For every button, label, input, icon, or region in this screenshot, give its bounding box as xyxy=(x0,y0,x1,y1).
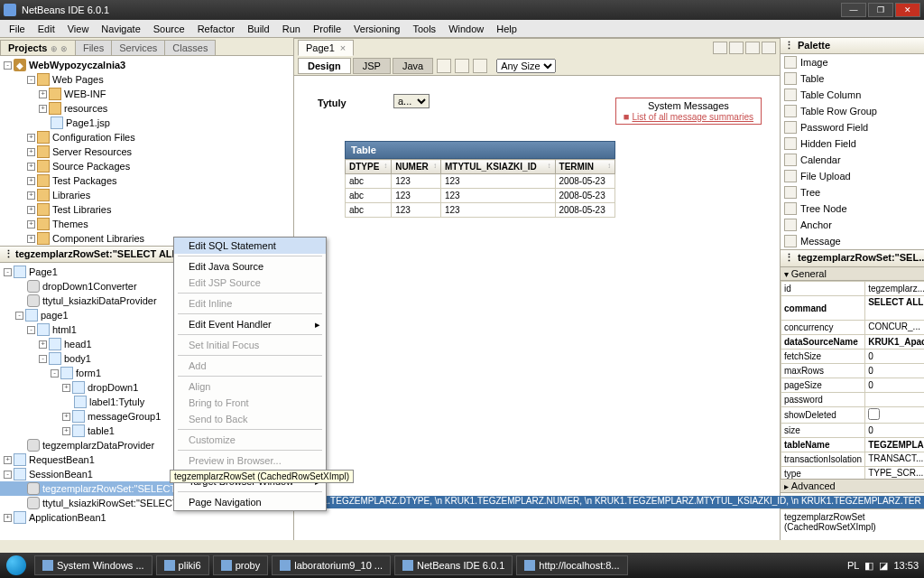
property-row[interactable]: password▾ xyxy=(781,393,925,407)
menu-view[interactable]: View xyxy=(62,22,95,36)
refresh-icon[interactable] xyxy=(437,59,451,73)
tree-root[interactable]: -◆WebWypozyczalnia3 xyxy=(0,58,293,72)
palette-item[interactable]: Table Row Group xyxy=(781,103,924,119)
property-row[interactable]: tableNameTEGZEMPLARZ xyxy=(781,438,925,452)
property-row[interactable]: transactionIsolationTRANSACT...▾ xyxy=(781,452,925,467)
tab-projects[interactable]: Projects⊕ ⊗ xyxy=(0,40,76,55)
mode-jsp[interactable]: JSP xyxy=(353,58,391,74)
close-button[interactable]: ✕ xyxy=(895,3,920,17)
property-row[interactable]: pageSize0 xyxy=(781,378,925,393)
menu-file[interactable]: File xyxy=(4,22,31,36)
palette-list[interactable]: ImageTableTable ColumnTable Row GroupPas… xyxy=(781,54,924,249)
context-menu-item[interactable]: Edit SQL Statement xyxy=(174,238,326,254)
palette-item[interactable]: Calendar xyxy=(781,152,924,168)
menu-run[interactable]: Run xyxy=(277,22,306,36)
context-menu-item[interactable]: Page Navigation xyxy=(174,494,326,510)
maximize-button[interactable]: ❐ xyxy=(868,3,893,17)
tab-services[interactable]: Services xyxy=(111,40,165,55)
property-row[interactable]: concurrencyCONCUR_...▾ xyxy=(781,321,925,335)
tree-node[interactable]: +Configuration Files xyxy=(0,130,293,144)
tab-classes[interactable]: Classes xyxy=(164,40,216,55)
taskbar-button[interactable]: System Windows ... xyxy=(34,555,152,575)
tab-files[interactable]: Files xyxy=(75,40,112,55)
palette-item[interactable]: Password Field xyxy=(781,119,924,135)
data-table[interactable]: Table DTYPE↕NUMER↕MTYTUL_KSIAZKI_ID↕TERM… xyxy=(345,141,615,218)
menu-navigate[interactable]: Navigate xyxy=(96,22,145,36)
property-row[interactable]: typeTYPE_SCR...▾ xyxy=(781,467,925,480)
tray-icon[interactable]: ◧ xyxy=(864,560,873,572)
menu-source[interactable]: Source xyxy=(148,22,190,36)
property-row[interactable]: idtegzemplarz... xyxy=(781,282,925,296)
col-header[interactable]: MTYTUL_KSIAZKI_ID↕ xyxy=(440,160,555,174)
tree-node[interactable]: +Themes xyxy=(0,217,293,231)
property-row[interactable]: dataSourceNameKRUK1_Apach... xyxy=(781,335,925,350)
browser-icon[interactable] xyxy=(455,59,469,73)
tree-node[interactable]: +Test Libraries xyxy=(0,202,293,217)
taskbar-button[interactable]: http://localhost:8... xyxy=(516,555,627,575)
close-tab-icon[interactable]: × xyxy=(340,42,346,53)
tree-node[interactable]: +Server Resources xyxy=(0,144,293,159)
menu-profile[interactable]: Profile xyxy=(308,22,346,36)
menu-refactor[interactable]: Refactor xyxy=(192,22,241,36)
projects-tree[interactable]: -◆WebWypozyczalnia3-Web Pages+WEB-INF+re… xyxy=(0,56,293,246)
taskbar: System Windows ...pliki6probylaboratoriu… xyxy=(0,553,924,578)
palette-item[interactable]: Table Column xyxy=(781,87,924,103)
tree-node[interactable]: +resources xyxy=(0,101,293,116)
mode-design[interactable]: Design xyxy=(298,58,351,74)
dropdown-tytuly[interactable]: a... xyxy=(393,94,430,108)
taskbar-button[interactable]: NetBeans IDE 6.0.1 xyxy=(394,555,513,575)
system-tray[interactable]: PL ◧ ◪ 13:53 xyxy=(842,560,924,572)
tree-node[interactable]: +ApplicationBean1 xyxy=(0,510,293,525)
start-button[interactable] xyxy=(0,553,32,578)
design-canvas[interactable]: Tytuly a... System Messages ■ List of al… xyxy=(294,76,780,540)
context-menu-item[interactable]: Edit Event Handler▸ xyxy=(174,316,326,332)
tree-node[interactable]: +Source Packages xyxy=(0,159,293,173)
props-group-general[interactable]: ▾ General xyxy=(781,267,924,281)
taskbar-button[interactable]: proby xyxy=(213,555,269,575)
palette-item[interactable]: Anchor xyxy=(781,217,924,233)
nav-drop-icon[interactable] xyxy=(745,42,760,54)
palette-item[interactable]: Tree Node xyxy=(781,200,924,217)
palette-item[interactable]: File Upload xyxy=(781,168,924,184)
size-select[interactable]: Any Size xyxy=(496,59,556,73)
minimize-button[interactable]: — xyxy=(841,3,866,17)
nav-max-icon[interactable] xyxy=(762,42,776,54)
tree-node[interactable]: +Test Packages xyxy=(0,173,293,188)
mode-java[interactable]: Java xyxy=(393,58,433,74)
palette-item[interactable]: Image xyxy=(781,54,924,70)
menu-versioning[interactable]: Versioning xyxy=(348,22,405,36)
property-row[interactable]: showDeleted xyxy=(781,407,925,424)
preview-icon[interactable] xyxy=(473,59,487,73)
col-header[interactable]: DTYPE↕ xyxy=(346,160,392,174)
property-row[interactable]: fetchSize0 xyxy=(781,350,925,364)
app-icon xyxy=(4,4,16,16)
tree-node[interactable]: Page1.jsp xyxy=(0,116,293,130)
editor-tab-page1[interactable]: Page1× xyxy=(298,40,354,56)
tree-node[interactable]: +Libraries xyxy=(0,188,293,202)
menu-window[interactable]: Window xyxy=(443,22,489,36)
menu-build[interactable]: Build xyxy=(242,22,274,36)
palette-item[interactable]: Table xyxy=(781,70,924,87)
palette-item[interactable]: Tree xyxy=(781,184,924,200)
msg-summary-link[interactable]: List of all message summaries xyxy=(633,112,754,122)
tree-node[interactable]: -Web Pages xyxy=(0,72,293,87)
palette-item[interactable]: Message xyxy=(781,233,924,249)
tray-lang[interactable]: PL xyxy=(847,560,859,571)
property-row[interactable]: size0 xyxy=(781,424,925,438)
tray-icon[interactable]: ◪ xyxy=(879,560,888,572)
menu-tools[interactable]: Tools xyxy=(407,22,441,36)
nav-fwd-icon[interactable] xyxy=(729,42,744,54)
menu-edit[interactable]: Edit xyxy=(32,22,60,36)
props-group-advanced[interactable]: ▸ Advanced xyxy=(781,479,924,492)
property-row[interactable]: maxRows0 xyxy=(781,364,925,378)
col-header[interactable]: NUMER↕ xyxy=(392,160,441,174)
taskbar-button[interactable]: laboratorium9_10 ... xyxy=(272,555,391,575)
property-row[interactable]: commandSELECT ALL...▾ xyxy=(781,296,925,321)
nav-back-icon[interactable] xyxy=(713,42,727,54)
taskbar-button[interactable]: pliki6 xyxy=(156,555,209,575)
menu-help[interactable]: Help xyxy=(491,22,522,36)
context-menu-item[interactable]: Edit Java Source xyxy=(174,258,326,275)
palette-item[interactable]: Hidden Field xyxy=(781,135,924,152)
col-header[interactable]: TERMIN↕ xyxy=(555,160,614,174)
tree-node[interactable]: +WEB-INF xyxy=(0,87,293,101)
